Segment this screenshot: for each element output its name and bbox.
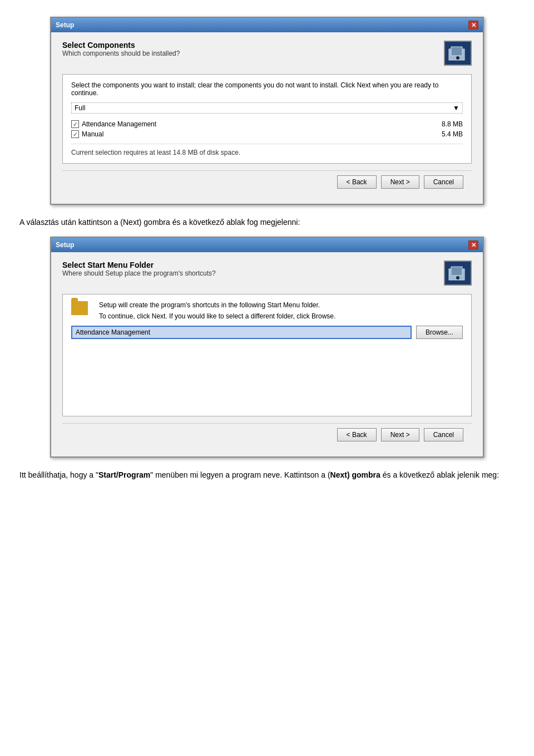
svg-point-5 [456,276,459,279]
dialog-1-body: Select Components Which components shoul… [51,32,483,204]
dialog-2-header: Select Start Menu Folder Where should Se… [62,261,472,286]
dialog-2-body: Select Start Menu Folder Where should Se… [51,252,483,456]
browse-button[interactable]: Browse... [416,326,463,339]
dialog-2-info-text: Setup will create the program's shortcut… [99,301,335,320]
dialog-1-cancel-button[interactable]: Cancel [424,175,463,189]
component-type-dropdown[interactable]: Full ▼ [71,102,463,114]
dialog-2-info-row: Setup will create the program's shortcut… [71,301,463,320]
dialog-1-header: Select Components Which components shoul… [62,41,472,66]
dialog-2-titlebar: Setup ✕ [51,238,483,252]
dropdown-arrow-icon: ▼ [453,104,459,112]
browse-row: Browse... [71,326,463,339]
component-row-1: ✓ Manual 5.4 MB [71,129,463,139]
dialog-1-close-button[interactable]: ✕ [468,21,478,30]
dialog-1-instruction: Select the components you want to instal… [71,81,463,97]
dialog-1-header-text: Select Components Which components shoul… [62,41,180,57]
desc2-bold: Start/Program [98,470,150,479]
dialog-2-heading: Select Start Menu Folder [62,261,216,269]
svg-rect-4 [451,267,462,276]
dialog-2-subheading: Where should Setup place the program's s… [62,269,216,277]
dialog-1-titlebar: Setup ✕ [51,18,483,32]
component-checkbox-1[interactable]: ✓ [71,130,79,138]
dialog-2-header-text: Select Start Menu Folder Where should Se… [62,261,216,277]
component-size-1: 5.4 MB [442,130,463,138]
description-2: Itt beállíthatja, hogy a "Start/Program"… [19,469,515,481]
dialog-1-heading: Select Components [62,41,180,50]
setup-icon-2 [444,261,472,286]
desc2-part3: és a következő ablak jelenik meg: [380,470,499,479]
dialog-2-back-button[interactable]: < Back [337,428,377,441]
setup-dialog-1: Setup ✕ Select Components Which componen… [50,17,484,205]
setup-dialog-2: Setup ✕ Select Start Menu Folder Where s… [50,237,484,458]
svg-point-2 [456,56,459,60]
dialog-2-next-button[interactable]: Next > [381,428,419,441]
setup-icon [444,41,472,66]
svg-rect-1 [451,47,462,56]
component-left-1: ✓ Manual [71,130,103,138]
dialog-2-close-button[interactable]: ✕ [468,240,478,249]
dialog-1-back-button[interactable]: < Back [337,175,377,189]
dialog-2-footer: < Back Next > Cancel [62,423,472,448]
desc2-part2: " menüben mi legyen a program neve. Katt… [150,470,330,479]
dialog-1-subheading: Which components should be installed? [62,50,180,57]
desc2-part1: Itt beállíthatja, hogy a " [19,470,98,479]
dialog-2-info-line1: Setup will create the program's shortcut… [99,301,335,309]
dialog-1-content: Select the components you want to instal… [62,74,472,164]
dialog-1-next-button[interactable]: Next > [381,175,419,189]
component-name-1: Manual [82,130,103,138]
component-row-0: ✓ Attendance Management 8.8 MB [71,119,463,129]
dialog-2-title: Setup [56,241,74,249]
desc2-bold2: Next) gombra [330,470,380,479]
dialog-1-footer: < Back Next > Cancel [62,170,472,195]
disk-space-note: Current selection requires at least 14.8… [71,144,463,156]
dropdown-value: Full [75,104,85,112]
dialog-2-cancel-button[interactable]: Cancel [424,428,463,441]
component-left-0: ✓ Attendance Management [71,120,156,128]
dialog-2-content: Setup will create the program's shortcut… [62,294,472,416]
description-1: A választás után kattintson a (Next) gom… [19,216,515,228]
component-size-0: 8.8 MB [442,120,463,128]
dialog-1-title: Setup [56,21,74,29]
component-name-0: Attendance Management [82,120,156,128]
component-checkbox-0[interactable]: ✓ [71,120,79,128]
folder-input[interactable] [71,326,412,339]
dialog-2-info-line2: To continue, click Next. If you would li… [99,312,335,320]
folder-icon [71,301,88,315]
